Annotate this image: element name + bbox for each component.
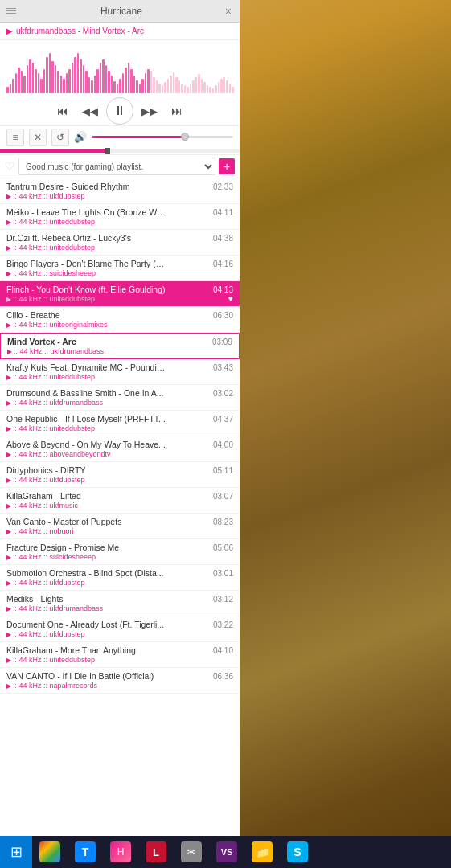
track-name: Meiko - Leave The Lights On (Bronze Wh..… [6, 207, 167, 217]
track-item[interactable]: KillaGraham - Lifted03:07▶:: 44 kHz :: u… [0, 488, 240, 514]
track-meta: ▶:: 44 kHz :: uniteddubstep [6, 373, 233, 381]
equalizer-button[interactable]: ≡ [6, 129, 24, 146]
track-item[interactable]: One Republic - If I Lose Myself (PRFFTT.… [0, 411, 240, 436]
rewind-button[interactable]: ◀◀ [79, 100, 101, 122]
track-meta-text: :: 44 kHz :: ukfdrumandbass [13, 604, 103, 612]
track-item[interactable]: Fracture Design - Promise Me05:06▶:: 44 … [0, 539, 240, 565]
track-item[interactable]: Dr.Ozi ft. Rebeca Ortiz - Lucky3's04:38▶… [0, 230, 240, 256]
track-meta: ▶:: 44 kHz :: ukfdubstep [6, 630, 233, 638]
viz-bar-75 [218, 82, 220, 93]
viz-bar-63 [184, 85, 187, 93]
track-meta-text: :: 44 kHz :: nobuori [13, 527, 74, 535]
taskbar-item-chrome[interactable] [32, 836, 68, 868]
title-bar: Hurricane × [0, 0, 240, 23]
track-item[interactable]: Cillo - Breathe06:30▶:: 44 kHz :: uniteo… [0, 307, 240, 333]
taskbar-item-thunderbird[interactable]: T [68, 836, 103, 868]
track-meta-text: :: 44 kHz :: uniteddubstep [13, 295, 95, 303]
volume-icon[interactable]: 🔊 [74, 131, 87, 143]
track-name: One Republic - If I Lose Myself (PRFFTT.… [6, 414, 166, 424]
track-meta-text: :: 44 kHz :: ukfdubstep [13, 630, 85, 638]
viz-bar-80 [232, 87, 234, 93]
viz-bar-45 [133, 76, 136, 93]
taskbar-item-skype[interactable]: S [280, 836, 315, 868]
prev-button[interactable]: ⏮ [51, 100, 74, 122]
track-name: Drumsound & Bassline Smith - One In A... [6, 388, 164, 398]
viz-bar-77 [223, 77, 226, 93]
track-item[interactable]: Meiko - Leave The Lights On (Bronze Wh..… [0, 204, 240, 230]
effects-button[interactable]: ✕ [29, 129, 47, 146]
viz-bar-57 [167, 79, 170, 93]
track-item[interactable]: VAN CANTO - If I Die In Battle (Official… [0, 668, 240, 694]
viz-bar-31 [94, 76, 96, 93]
repeat-icon: ↺ [56, 132, 64, 143]
taskbar-item-lexis[interactable]: L [138, 836, 174, 868]
track-meta: ▶:: 44 kHz :: ukfdubstep [6, 192, 233, 200]
taskbar-item-folder[interactable]: 📁 [244, 836, 280, 868]
viz-bar-42 [125, 68, 127, 93]
favorite-button[interactable]: ♡ [5, 160, 15, 173]
track-item[interactable]: Mind Vortex - Arc03:09▶:: 44 kHz :: ukfd… [0, 333, 240, 359]
track-meta: ▶:: 44 kHz :: ukfdubstep [6, 579, 233, 587]
viz-bar-5 [21, 71, 23, 93]
next-button[interactable]: ⏭ [166, 100, 188, 122]
track-item[interactable]: Document One - Already Lost (Ft. Tigerli… [0, 616, 240, 642]
taskbar-item-scissors[interactable]: ✂ [174, 836, 209, 868]
viz-bar-78 [226, 80, 228, 93]
add-to-playlist-button[interactable]: + [219, 158, 235, 174]
track-item[interactable]: Mediks - Lights03:12▶:: 44 kHz :: ukfdru… [0, 591, 240, 616]
start-button[interactable]: ⊞ [0, 836, 32, 868]
track-main-row: Van Canto - Master of Puppets08:23 [6, 517, 233, 526]
taskbar-item-hurricane[interactable]: H [103, 836, 138, 868]
play-pause-button[interactable]: ⏸ [106, 97, 133, 125]
track-duration: 04:38 [213, 234, 233, 243]
track-item[interactable]: Submotion Orchestra - Blind Spot (Dista.… [0, 565, 240, 591]
track-item[interactable]: Flinch - You Don't Know (ft. Ellie Gould… [0, 281, 240, 307]
track-item[interactable]: Drumsound & Bassline Smith - One In A...… [0, 385, 240, 411]
track-main-row: Drumsound & Bassline Smith - One In A...… [6, 388, 233, 398]
track-meta: ▶:: 44 kHz :: ukfdrumandbass [6, 604, 233, 612]
video-icon: ▶ [6, 502, 11, 510]
viz-bar-66 [192, 80, 195, 93]
viz-bar-24 [74, 57, 76, 93]
video-icon: ▶ [6, 657, 11, 664]
track-main-row: Cillo - Breathe06:30 [6, 310, 233, 320]
viz-bar-60 [175, 77, 178, 93]
chrome-icon [39, 841, 60, 862]
track-item[interactable]: Krafty Kuts Feat. Dynamite MC - Poundin.… [0, 359, 240, 385]
viz-bar-40 [119, 79, 121, 93]
track-meta-text: :: 44 kHz :: ukfdubstep [13, 579, 85, 587]
volume-slider[interactable] [92, 136, 233, 138]
viz-bar-29 [88, 77, 91, 93]
now-playing-bar: ▶ ukfdrumandbass - Mind Vortex - Arc [0, 23, 240, 40]
viz-bar-58 [170, 76, 172, 93]
track-main-row: KillaGraham - Lifted03:07 [6, 491, 233, 501]
track-item[interactable]: Bingo Players - Don't Blame The Party (C… [0, 256, 240, 281]
track-meta: ▶:: 44 kHz :: uniteddubstep [6, 424, 233, 432]
repeat-button[interactable]: ↺ [51, 129, 69, 146]
track-duration: 03:07 [213, 492, 233, 501]
track-duration: 06:30 [213, 311, 233, 320]
track-item[interactable]: Van Canto - Master of Puppets08:23▶:: 44… [0, 514, 240, 539]
forward-button[interactable]: ▶▶ [138, 100, 161, 122]
taskbar: ⊞ T H L ✂ VS 📁 S [0, 836, 451, 868]
track-item[interactable]: Above & Beyond - On My Way To Heave...04… [0, 436, 240, 462]
viz-bar-73 [212, 88, 215, 93]
track-meta: ▶:: 44 kHz :: suicidesheeep [6, 269, 233, 277]
track-meta: ▶:: 44 kHz :: ukfmusic [6, 502, 233, 510]
progress-fill [0, 149, 108, 153]
viz-bar-34 [102, 59, 105, 93]
viz-bar-10 [35, 69, 37, 93]
track-item[interactable]: Dirtyphonics - DIRTY05:11▶:: 44 kHz :: u… [0, 462, 240, 488]
track-meta-text: :: 44 kHz :: ukfdubstep [13, 192, 85, 200]
track-duration: 03:22 [213, 620, 233, 629]
taskbar-item-vs[interactable]: VS [209, 836, 244, 868]
track-name: Submotion Orchestra - Blind Spot (Dista.… [6, 568, 164, 578]
close-button[interactable]: × [223, 6, 233, 17]
progress-bar-row[interactable] [0, 148, 240, 154]
track-item[interactable]: Tantrum Desire - Guided Rhythm02:33▶:: 4… [0, 178, 240, 204]
track-duration: 03:09 [212, 338, 232, 346]
track-item[interactable]: KillaGraham - More Than Anything04:10▶::… [0, 642, 240, 668]
playlist-select[interactable]: Good music (for gaming) playlist. [18, 158, 215, 175]
viz-bar-76 [220, 79, 223, 93]
viz-bar-38 [113, 81, 116, 93]
